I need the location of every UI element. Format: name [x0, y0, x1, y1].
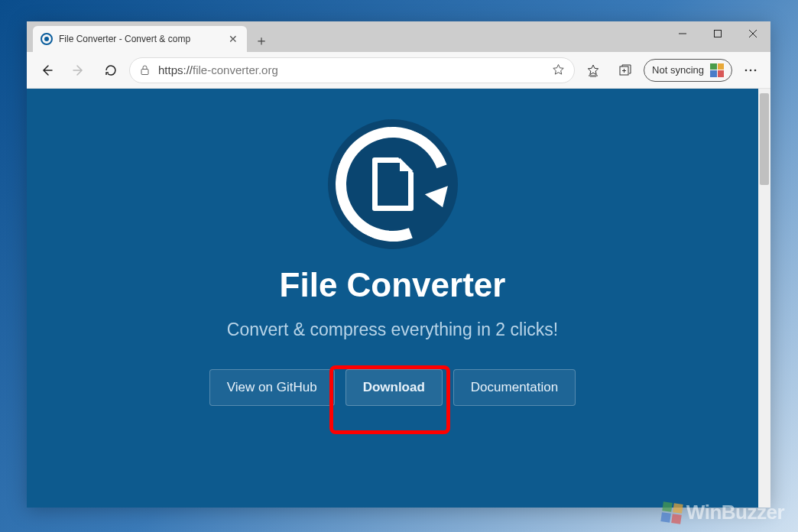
tab-favicon — [41, 33, 53, 45]
favorites-button[interactable] — [579, 57, 607, 84]
browser-tab[interactable]: File Converter - Convert & comp ✕ — [33, 26, 247, 52]
titlebar: File Converter - Convert & comp ✕ ＋ — [27, 21, 770, 52]
forward-button — [65, 57, 92, 84]
favorite-icon[interactable] — [552, 63, 565, 76]
minimize-button[interactable] — [665, 21, 700, 46]
watermark: WinBuzzer — [662, 501, 784, 524]
collections-button[interactable] — [611, 57, 639, 84]
menu-button[interactable] — [737, 57, 764, 84]
viewport: File Converter Convert & compress everyt… — [27, 89, 770, 508]
watermark-icon — [660, 501, 683, 524]
hero-buttons: View on GitHub Download Documentation — [209, 369, 576, 406]
back-button[interactable] — [33, 57, 60, 84]
url-text: https://file-converter.org — [158, 63, 544, 76]
page-tagline: Convert & compress everything in 2 click… — [227, 320, 558, 340]
page-title: File Converter — [280, 266, 506, 304]
documentation-button[interactable]: Documentation — [453, 369, 576, 406]
view-github-button[interactable]: View on GitHub — [209, 369, 335, 406]
svg-point-10 — [745, 69, 748, 71]
close-window-button[interactable] — [735, 21, 770, 46]
app-logo — [328, 119, 458, 249]
address-bar[interactable]: https://file-converter.org — [129, 57, 575, 83]
tab-title: File Converter - Convert & comp — [59, 34, 221, 44]
window-controls — [665, 21, 770, 46]
sync-label: Not syncing — [652, 64, 704, 76]
profile-icon — [710, 63, 724, 77]
watermark-text: WinBuzzer — [686, 501, 784, 524]
profile-sync-button[interactable]: Not syncing — [644, 59, 732, 82]
lock-icon — [139, 64, 151, 76]
scrollbar[interactable] — [758, 89, 770, 508]
browser-toolbar: https://file-converter.org Not syncing — [27, 52, 770, 89]
close-tab-icon[interactable]: ✕ — [227, 33, 239, 45]
svg-rect-4 — [141, 70, 148, 75]
refresh-button[interactable] — [97, 57, 125, 84]
svg-point-12 — [754, 69, 757, 71]
browser-window: File Converter - Convert & comp ✕ ＋ http… — [27, 21, 770, 508]
scrollbar-thumb[interactable] — [760, 93, 769, 185]
svg-point-11 — [750, 69, 752, 71]
maximize-button[interactable] — [700, 21, 735, 46]
page-content: File Converter Convert & compress everyt… — [27, 89, 758, 508]
svg-rect-1 — [715, 31, 722, 37]
new-tab-button[interactable]: ＋ — [250, 29, 273, 52]
download-button[interactable]: Download — [345, 369, 443, 406]
